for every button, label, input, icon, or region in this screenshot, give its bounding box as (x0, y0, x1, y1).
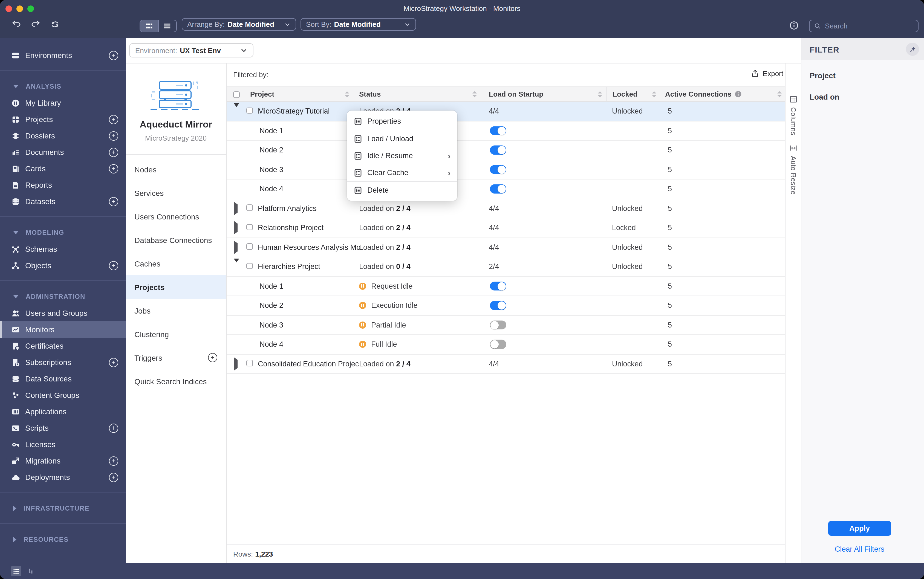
sidebar-item-data-sources[interactable]: Data Sources (0, 371, 126, 387)
collapse-row-button[interactable] (234, 107, 239, 116)
sidebar-item-scripts[interactable]: Scripts+ (0, 420, 126, 436)
table-row[interactable]: Human Resources Analysis MoLoaded on 2 /… (227, 238, 785, 257)
sort-arrows-icon[interactable] (652, 92, 656, 97)
list-panel-toggle[interactable] (11, 566, 21, 576)
load-on-startup-toggle[interactable] (490, 321, 506, 329)
sidebar-section-modeling[interactable]: MODELING (0, 224, 126, 241)
table-row[interactable]: Node 3Partial Idle5 (227, 316, 785, 335)
info-button[interactable] (789, 21, 799, 30)
columns-tab[interactable] (789, 95, 797, 103)
monitor-category-projects[interactable]: Projects (126, 275, 226, 299)
sidebar-item-reports[interactable]: Reports (0, 177, 126, 193)
row-checkbox[interactable] (246, 107, 253, 116)
add-triggers-button[interactable]: + (208, 353, 218, 362)
sidebar-item-projects[interactable]: Projects+ (0, 111, 126, 128)
filter-section-load-on[interactable]: Load on (801, 86, 924, 107)
monitor-category-clustering[interactable]: Clustering (126, 322, 226, 346)
add-environments-button[interactable]: + (109, 51, 118, 60)
column-header-locked[interactable]: Locked (613, 90, 638, 98)
load-on-startup-toggle[interactable] (490, 340, 506, 349)
row-checkbox[interactable] (246, 204, 253, 213)
table-row[interactable]: Node 25 (227, 141, 785, 160)
sidebar-section-resources[interactable]: RESOURCES (0, 532, 126, 548)
sidebar-section-analysis[interactable]: ANALYSIS (0, 78, 126, 95)
table-row[interactable]: Node 35 (227, 160, 785, 180)
sort-arrows-icon[interactable] (598, 92, 602, 97)
auto-resize-tab-label[interactable]: Auto Resize (789, 156, 797, 195)
load-on-startup-toggle[interactable] (490, 165, 506, 174)
row-checkbox[interactable] (246, 243, 253, 252)
monitor-category-services[interactable]: Services (126, 181, 226, 204)
add-documents-button[interactable]: + (109, 147, 118, 157)
monitor-category-nodes[interactable]: Nodes (126, 158, 226, 181)
table-row[interactable]: Hierarchies ProjectLoaded on 0 / 42/4Unl… (227, 257, 785, 276)
monitor-category-database-connections[interactable]: Database Connections (126, 228, 226, 252)
load-on-startup-toggle[interactable] (490, 281, 506, 291)
sidebar-item-migrations[interactable]: Migrations+ (0, 453, 126, 469)
sidebar-item-monitors[interactable]: Monitors (0, 321, 126, 338)
sort-by-dropdown[interactable]: Sort By: Date Modified (301, 18, 416, 31)
menu-item-delete[interactable]: Delete (347, 182, 457, 199)
add-dossiers-button[interactable]: + (109, 131, 118, 141)
sort-arrows-icon[interactable] (473, 92, 477, 97)
expand-row-button[interactable] (234, 360, 237, 368)
sidebar-item-documents[interactable]: Documents+ (0, 144, 126, 160)
back-button[interactable] (11, 20, 21, 29)
load-on-startup-toggle[interactable] (490, 185, 506, 193)
monitor-category-jobs[interactable]: Jobs (126, 299, 226, 322)
menu-item-load-unload[interactable]: Load / Unload (347, 130, 457, 147)
search-input[interactable]: Search (809, 20, 919, 32)
sidebar-item-applications[interactable]: Applications (0, 403, 126, 420)
tree-panel-toggle[interactable] (26, 566, 37, 576)
column-header-status[interactable]: Status (359, 90, 381, 98)
menu-item-clear-cache[interactable]: Clear Cache› (347, 164, 457, 181)
add-scripts-button[interactable]: + (109, 423, 118, 433)
load-on-startup-toggle[interactable] (490, 301, 506, 310)
load-on-startup-toggle[interactable] (490, 126, 506, 135)
add-datasets-button[interactable]: + (109, 197, 118, 206)
sidebar-item-datasets[interactable]: Datasets+ (0, 193, 126, 209)
auto-resize-tab[interactable] (789, 144, 797, 152)
columns-tab-label[interactable]: Columns (789, 107, 797, 136)
sidebar-section-adminstration[interactable]: ADMINSTRATION (0, 288, 126, 305)
list-view-button[interactable] (158, 20, 176, 32)
export-button[interactable]: Export (751, 69, 783, 78)
monitor-category-quick-search-indices[interactable]: Quick Search Indices (126, 370, 226, 393)
column-header-active-connections[interactable]: Active Connections (665, 90, 742, 98)
add-subscriptions-button[interactable]: + (109, 358, 118, 367)
table-row[interactable]: Node 2Execution Idle5 (227, 296, 785, 316)
row-checkbox[interactable] (246, 263, 253, 271)
refresh-button[interactable] (51, 20, 60, 29)
table-row[interactable]: Platform AnalyticsLoaded on 2 / 44/4Unlo… (227, 199, 785, 218)
sidebar-item-my-library[interactable]: My Library (0, 95, 126, 111)
expand-row-button[interactable] (234, 243, 237, 252)
select-all-checkbox[interactable] (233, 92, 239, 98)
sidebar-item-content-groups[interactable]: Content Groups (0, 387, 126, 403)
filter-section-project[interactable]: Project (801, 65, 924, 86)
sort-arrows-icon[interactable] (345, 92, 349, 97)
sidebar-item-users-and-groups[interactable]: Users and Groups (0, 305, 126, 321)
sidebar-item-schemas[interactable]: Schemas (0, 241, 126, 257)
sidebar-item-licenses[interactable]: Licenses (0, 436, 126, 453)
load-on-startup-toggle[interactable] (490, 146, 506, 155)
table-row[interactable]: Node 45 (227, 180, 785, 199)
environment-dropdown[interactable]: Environment: UX Test Env (129, 43, 253, 57)
expand-row-button[interactable] (234, 204, 237, 213)
apply-button[interactable]: Apply (828, 521, 891, 536)
sidebar-item-subscriptions[interactable]: Subscriptions+ (0, 354, 126, 371)
monitor-category-caches[interactable]: Caches (126, 252, 226, 275)
sidebar-item-dossiers[interactable]: Dossiers+ (0, 128, 126, 144)
clear-all-filters-link[interactable]: Clear All Filters (828, 545, 891, 553)
grid-view-button[interactable] (140, 20, 158, 32)
arrange-by-dropdown[interactable]: Arrange By: Date Modified (182, 18, 296, 31)
column-header-project[interactable]: Project (250, 90, 274, 98)
sort-arrows-icon[interactable] (777, 92, 782, 97)
table-row[interactable]: Relationship ProjectLoaded on 2 / 44/4Lo… (227, 218, 785, 238)
add-migrations-button[interactable]: + (109, 456, 118, 465)
row-checkbox[interactable] (246, 224, 253, 232)
pin-button[interactable] (906, 43, 919, 56)
row-checkbox[interactable] (246, 360, 253, 368)
add-objects-button[interactable]: + (109, 261, 118, 270)
table-row[interactable]: Node 15 (227, 121, 785, 141)
collapse-row-button[interactable] (234, 263, 239, 271)
